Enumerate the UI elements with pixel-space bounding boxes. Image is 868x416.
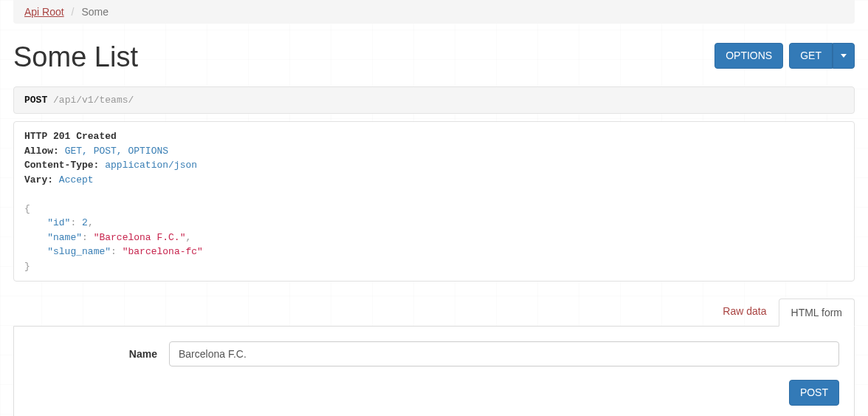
breadcrumb-current: Some [81,6,108,18]
response-block: HTTP 201 Created Allow: GET, POST, OPTIO… [13,121,855,282]
caret-down-icon [841,54,847,58]
post-button[interactable]: POST [789,380,839,406]
request-path: /api/v1/teams/ [53,95,134,106]
breadcrumb: Api Root / Some [13,0,855,24]
tab-raw-data[interactable]: Raw data [711,298,778,326]
request-method: POST [24,95,47,106]
get-button[interactable]: GET [789,43,833,69]
action-buttons: OPTIONS GET [714,38,855,69]
request-line: POST /api/v1/teams/ [13,86,855,114]
get-button-group: GET [789,43,855,69]
form-panel: Name POST [13,326,855,416]
get-dropdown-toggle[interactable] [833,43,855,69]
tab-html-form[interactable]: HTML form [779,299,855,327]
options-button[interactable]: OPTIONS [714,43,783,69]
name-label: Name [29,348,169,360]
breadcrumb-separator: / [67,6,79,18]
page-title: Some List [13,41,138,73]
breadcrumb-root[interactable]: Api Root [24,6,64,18]
form-tabs: Raw data HTML form [13,298,855,326]
name-input[interactable] [169,341,839,366]
